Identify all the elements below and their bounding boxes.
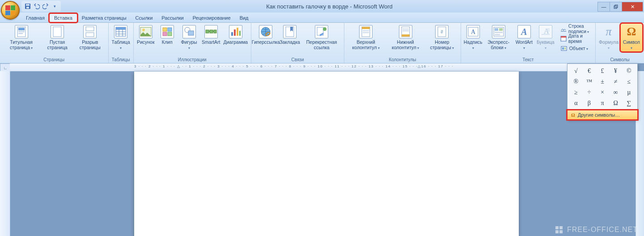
- header-button[interactable]: Верхний колонтитул: [346, 24, 386, 51]
- undo-icon[interactable]: [33, 3, 40, 10]
- svg-rect-60: [542, 34, 550, 35]
- svg-rect-52: [495, 28, 498, 31]
- svg-rect-69: [555, 230, 559, 233]
- dropcap-button[interactable]: AБуквица: [535, 24, 556, 51]
- svg-rect-46: [402, 30, 409, 31]
- date-time-button[interactable]: Дата и время: [559, 34, 593, 43]
- symbol-cell[interactable]: ™: [583, 76, 596, 87]
- close-button[interactable]: ✕: [622, 2, 643, 12]
- symbol-cell[interactable]: β: [583, 98, 596, 109]
- symbol-cell[interactable]: £: [596, 66, 609, 76]
- page[interactable]: [134, 72, 519, 236]
- symbol-cell[interactable]: π: [596, 98, 609, 109]
- tab-references[interactable]: Ссылки: [131, 14, 157, 22]
- svg-rect-59: [547, 30, 550, 31]
- svg-rect-54: [495, 32, 503, 33]
- wordart-button[interactable]: AWordArt: [514, 24, 534, 51]
- svg-rect-66: [564, 47, 566, 50]
- tab-review[interactable]: Рецензирование: [188, 14, 235, 22]
- svg-rect-67: [555, 226, 559, 229]
- svg-rect-7: [18, 31, 25, 32]
- svg-rect-70: [559, 230, 563, 233]
- ribbon-tabs: Главная Вставка Разметка страницы Ссылки…: [0, 13, 644, 23]
- symbol-cell[interactable]: ¥: [609, 66, 623, 76]
- footer-button[interactable]: Нижний колонтитул: [386, 24, 424, 51]
- svg-rect-68: [559, 226, 563, 229]
- symbol-cell[interactable]: ∞: [609, 87, 623, 98]
- svg-rect-9: [53, 27, 61, 37]
- quick-access-toolbar: ▾: [21, 1, 61, 12]
- vertical-ruler[interactable]: [0, 71, 10, 236]
- cover-page-button[interactable]: Титульная страница: [2, 24, 41, 51]
- symbol-cell[interactable]: Ω: [609, 98, 623, 109]
- document-area: ∟ 3 · · · 2 · · · 1 · · · △ · · 1 · · · …: [0, 63, 644, 236]
- group-tables: Таблица Таблицы: [109, 23, 134, 63]
- minimize-button[interactable]: —: [597, 2, 610, 12]
- cross-reference-button[interactable]: Перекрестная ссылка: [301, 24, 342, 51]
- svg-rect-8: [18, 33, 23, 34]
- group-header-footer: Верхний колонтитул Нижний колонтитул #Но…: [344, 23, 461, 63]
- svg-rect-42: [363, 32, 369, 33]
- horizontal-ruler[interactable]: 3 · · · 2 · · · 1 · · · △ · · 1 · · · 2 …: [10, 63, 634, 72]
- symbol-cell[interactable]: ÷: [583, 87, 596, 98]
- redo-icon[interactable]: [42, 3, 49, 10]
- blank-page-button[interactable]: Пустая страница: [42, 24, 73, 51]
- svg-rect-55: [495, 34, 500, 35]
- quick-parts-button[interactable]: Экспресс-блоки: [484, 24, 513, 51]
- table-button[interactable]: Таблица: [110, 24, 131, 51]
- shapes-button[interactable]: Фигуры: [178, 24, 200, 51]
- tab-insert[interactable]: Вставка: [49, 13, 77, 22]
- chart-button[interactable]: Диаграмма: [222, 24, 249, 46]
- svg-point-20: [142, 29, 145, 31]
- tab-mailings[interactable]: Рассылки: [157, 14, 188, 22]
- svg-rect-29: [214, 30, 216, 33]
- svg-rect-22: [168, 28, 172, 31]
- more-symbols-button[interactable]: Ω Другие символы…: [568, 110, 637, 119]
- signature-line-button[interactable]: Строка подписи: [559, 24, 593, 34]
- svg-rect-6: [18, 28, 25, 30]
- svg-rect-44: [402, 34, 410, 37]
- symbol-cell[interactable]: ≠: [609, 76, 623, 87]
- symbol-cell[interactable]: ≤: [622, 76, 636, 87]
- symbol-button[interactable]: ΩСимвол: [621, 24, 642, 51]
- qat-customize-icon[interactable]: ▾: [51, 3, 58, 10]
- group-text: AНадпись Экспресс-блоки AWordArt AБуквиц…: [461, 23, 596, 63]
- svg-rect-4: [615, 5, 618, 8]
- save-icon[interactable]: [24, 3, 31, 10]
- omega-icon: Ω: [571, 112, 575, 118]
- symbol-cell[interactable]: ®: [569, 76, 583, 87]
- clip-button[interactable]: Клип: [157, 24, 178, 46]
- svg-rect-26: [188, 31, 194, 35]
- restore-button[interactable]: [610, 2, 622, 12]
- picture-button[interactable]: Рисунок: [136, 24, 156, 46]
- office-button[interactable]: [1, 1, 20, 20]
- tab-view[interactable]: Вид: [235, 14, 253, 22]
- svg-rect-45: [402, 29, 409, 30]
- symbol-cell[interactable]: €: [583, 66, 596, 76]
- hyperlink-button[interactable]: Гиперссылка: [253, 24, 279, 46]
- svg-rect-2: [26, 7, 29, 8]
- title-bar: ▾ Как поставить галочку в ворде - Micros…: [0, 0, 644, 13]
- tab-home[interactable]: Главная: [21, 14, 49, 22]
- symbol-cell[interactable]: ©: [622, 66, 636, 76]
- equation-button[interactable]: πФормула: [597, 24, 620, 51]
- svg-text:A: A: [471, 29, 476, 35]
- tab-page-layout[interactable]: Разметка страницы: [77, 14, 131, 22]
- symbol-cell[interactable]: ≥: [569, 87, 583, 98]
- textbox-button[interactable]: AНадпись: [463, 24, 483, 51]
- symbol-cell[interactable]: µ: [622, 87, 636, 98]
- smartart-button[interactable]: SmartArt: [200, 24, 221, 46]
- watermark: FREE-OFFICE.NET: [555, 225, 638, 234]
- symbol-cell[interactable]: α: [569, 98, 583, 109]
- page-number-button[interactable]: #Номер страницы: [425, 24, 459, 51]
- svg-rect-23: [163, 32, 167, 36]
- symbol-cell[interactable]: √: [569, 66, 583, 76]
- symbol-cell[interactable]: ∑: [622, 98, 636, 109]
- page-break-button[interactable]: Разрыв страницы: [74, 24, 106, 51]
- object-button[interactable]: Объект: [559, 43, 593, 53]
- symbol-cell[interactable]: ×: [596, 87, 609, 98]
- symbol-cell[interactable]: ±: [596, 76, 609, 87]
- svg-rect-40: [362, 27, 370, 29]
- svg-rect-3: [614, 6, 617, 8]
- bookmark-button[interactable]: Закладка: [280, 24, 300, 46]
